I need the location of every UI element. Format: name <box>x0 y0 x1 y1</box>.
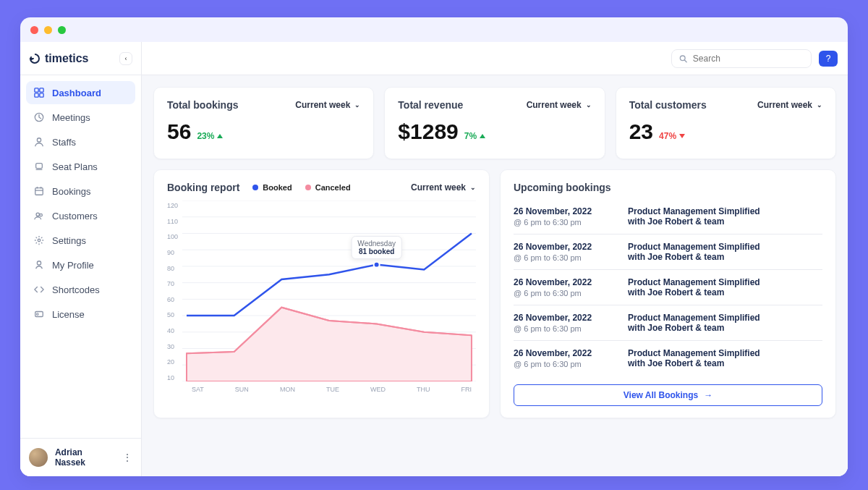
upcoming-row[interactable]: 26 November, 2022@ 6 pm to 6:30 pmProduc… <box>514 305 822 340</box>
sidebar-item-label: Bookings <box>52 186 90 197</box>
sidebar-item-meetings[interactable]: Meetings <box>26 106 135 129</box>
caret-down-icon <box>679 134 685 138</box>
arrow-right-icon: → <box>704 390 712 400</box>
upcoming-event: Product Management Simplified <box>628 313 822 323</box>
svg-rect-1 <box>40 88 43 92</box>
svg-point-9 <box>40 214 43 216</box>
maximize-dot[interactable] <box>58 26 66 34</box>
user-name: Adrian Nassek <box>55 447 115 468</box>
profile-icon <box>33 259 45 271</box>
svg-point-5 <box>37 138 41 142</box>
metric-value: 23 <box>629 119 653 144</box>
sidebar-item-customers[interactable]: Customers <box>26 204 135 227</box>
caret-up-icon <box>480 134 485 138</box>
metric-title: Total revenue <box>398 99 463 111</box>
upcoming-row[interactable]: 26 November, 2022@ 6 pm to 6:30 pmProduc… <box>514 340 822 376</box>
upcoming-time: @ 6 pm to 6:30 pm <box>514 253 615 262</box>
view-all-bookings-button[interactable]: View All Bookings → <box>514 384 822 406</box>
svg-rect-3 <box>40 93 43 97</box>
chart-tooltip: Wednesday 81 booked <box>351 236 402 259</box>
main: ? Total bookings Current week⌄ 56 23% <box>142 42 848 476</box>
sidebar: timetics ‹ DashboardMeetingsStaffsSeat P… <box>20 42 142 476</box>
brand-mark-icon <box>29 53 41 64</box>
metric-title: Total bookings <box>167 99 239 111</box>
upcoming-event: Product Management Simplified <box>628 206 822 216</box>
metric-range-select[interactable]: Current week⌄ <box>295 100 360 110</box>
search-input[interactable] <box>671 49 812 68</box>
grid-icon <box>33 87 45 98</box>
svg-rect-7 <box>35 188 43 195</box>
chart-plot: Wednesday 81 booked <box>182 200 476 381</box>
sidebar-item-license[interactable]: License <box>26 303 135 326</box>
sidebar-item-shortcodes[interactable]: Shortcodes <box>26 278 135 301</box>
seat-icon <box>33 161 45 172</box>
metric-delta: 7% <box>464 131 485 141</box>
search-field[interactable] <box>692 53 804 64</box>
upcoming-date: 26 November, 2022 <box>514 277 615 287</box>
chevron-left-icon: ‹ <box>125 55 127 62</box>
minimize-dot[interactable] <box>44 26 52 34</box>
svg-point-8 <box>36 213 39 216</box>
window-titlebar <box>20 17 848 42</box>
chevron-down-icon: ⌄ <box>354 101 360 109</box>
code-icon <box>33 284 45 295</box>
upcoming-by: with Joe Robert & team <box>628 216 822 227</box>
metric-card-customers: Total customers Current week⌄ 23 47% <box>616 87 836 159</box>
avatar[interactable] <box>29 448 48 467</box>
user-icon <box>33 136 45 148</box>
sidebar-item-bookings[interactable]: Bookings <box>26 179 135 203</box>
upcoming-event: Product Management Simplified <box>628 277 822 287</box>
sidebar-item-label: Dashboard <box>52 88 101 98</box>
metric-range-select[interactable]: Current week⌄ <box>757 100 822 110</box>
metric-range-select[interactable]: Current week⌄ <box>527 100 592 110</box>
upcoming-row[interactable]: 26 November, 2022@ 6 pm to 6:30 pmProduc… <box>514 234 822 269</box>
gear-icon <box>33 235 45 246</box>
close-dot[interactable] <box>30 26 38 34</box>
sidebar-collapse-button[interactable]: ‹ <box>119 52 132 65</box>
sidebar-item-label: Seat Plans <box>52 161 98 172</box>
user-menu-button[interactable]: ⋮ <box>122 452 132 463</box>
search-icon <box>679 54 687 63</box>
metric-card-revenue: Total revenue Current week⌄ $1289 7% <box>384 87 605 159</box>
booking-report-card: Booking report Booked Canceled Current w… <box>153 169 490 418</box>
upcoming-event: Product Management Simplified <box>628 348 822 358</box>
brand-logo[interactable]: timetics <box>29 52 88 65</box>
metric-card-bookings: Total bookings Current week⌄ 56 23% <box>153 87 374 159</box>
metric-delta: 47% <box>659 131 685 141</box>
svg-rect-2 <box>35 93 38 97</box>
upcoming-bookings-card: Upcoming bookings 26 November, 2022@ 6 p… <box>500 169 836 418</box>
help-button[interactable]: ? <box>819 51 838 67</box>
svg-rect-6 <box>36 164 43 169</box>
metric-value: 56 <box>167 119 191 144</box>
upcoming-row[interactable]: 26 November, 2022@ 6 pm to 6:30 pmProduc… <box>514 203 822 234</box>
metric-value: $1289 <box>398 119 458 144</box>
svg-point-10 <box>38 239 41 242</box>
chart-range-select[interactable]: Current week⌄ <box>411 182 476 193</box>
sidebar-item-settings[interactable]: Settings <box>26 229 135 252</box>
sidebar-item-my-profile[interactable]: My Profile <box>26 253 135 276</box>
upcoming-row[interactable]: 26 November, 2022@ 6 pm to 6:30 pmProduc… <box>514 269 822 305</box>
svg-point-11 <box>37 261 41 265</box>
svg-point-28 <box>374 262 380 268</box>
upcoming-date: 26 November, 2022 <box>514 313 615 323</box>
metric-title: Total customers <box>629 99 707 111</box>
caret-up-icon <box>217 134 223 138</box>
sidebar-item-label: Settings <box>52 235 86 246</box>
sidebar-item-staffs[interactable]: Staffs <box>26 130 135 153</box>
upcoming-title: Upcoming bookings <box>514 182 822 193</box>
chevron-down-icon: ⌄ <box>470 184 476 191</box>
upcoming-time: @ 6 pm to 6:30 pm <box>514 360 615 368</box>
help-icon: ? <box>826 54 831 64</box>
chart-x-ticks: SATSUNMONTUEWEDTHUFRI <box>167 381 476 393</box>
chevron-down-icon: ⌄ <box>817 101 822 109</box>
sidebar-item-label: My Profile <box>52 260 94 271</box>
sidebar-item-dashboard[interactable]: Dashboard <box>26 81 135 104</box>
sidebar-item-label: Staffs <box>52 137 76 148</box>
clock-icon <box>33 111 45 123</box>
upcoming-by: with Joe Robert & team <box>628 252 822 262</box>
chevron-down-icon: ⌄ <box>586 101 592 109</box>
topbar: ? <box>142 42 848 75</box>
sidebar-footer: Adrian Nassek ⋮ <box>20 438 141 476</box>
sidebar-item-seat-plans[interactable]: Seat Plans <box>26 155 135 178</box>
upcoming-time: @ 6 pm to 6:30 pm <box>514 218 615 227</box>
